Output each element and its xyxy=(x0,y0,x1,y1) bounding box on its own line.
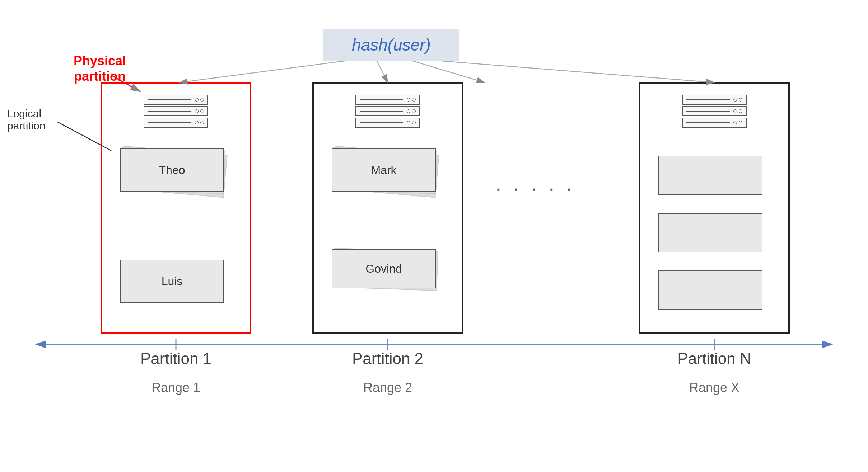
server-icon-2 xyxy=(355,95,420,138)
server-line xyxy=(148,99,191,100)
govind-label: Govind xyxy=(365,262,402,275)
partition-2-label: Partition 2 xyxy=(312,350,463,368)
server-dot xyxy=(195,121,199,124)
range-1-label: Range 1 xyxy=(101,380,251,395)
server-dot xyxy=(412,109,416,113)
theo-label: Theo xyxy=(159,164,185,177)
server-icon-1 xyxy=(144,95,208,138)
server-row xyxy=(355,95,420,105)
server-dot xyxy=(407,121,410,124)
server-dot xyxy=(200,109,204,113)
server-line xyxy=(148,111,191,112)
server-dot xyxy=(412,121,416,124)
server-dot xyxy=(195,109,199,113)
server-dot xyxy=(733,121,737,124)
empty-record-2 xyxy=(658,213,762,252)
empty-record-1 xyxy=(658,156,762,195)
server-dot xyxy=(739,121,742,124)
partition-n-label: Partition N xyxy=(639,350,790,368)
server-line xyxy=(686,99,730,100)
server-dot xyxy=(195,98,199,102)
server-dot xyxy=(733,98,737,102)
theo-record: Theo xyxy=(120,148,224,192)
server-row xyxy=(144,95,208,105)
server-line xyxy=(360,122,403,123)
server-dot xyxy=(412,98,416,102)
server-row xyxy=(355,106,420,116)
server-dot xyxy=(407,98,410,102)
server-line xyxy=(360,99,403,100)
server-dot xyxy=(739,98,742,102)
mark-record: Mark xyxy=(332,148,436,192)
empty-record-3 xyxy=(658,270,762,310)
server-line xyxy=(686,122,730,123)
server-row xyxy=(144,118,208,128)
server-row xyxy=(682,106,747,116)
partition-n-box xyxy=(639,82,790,334)
server-line xyxy=(686,111,730,112)
partition-1-label: Partition 1 xyxy=(101,350,251,368)
server-dot xyxy=(733,109,737,113)
range-2-label: Range 2 xyxy=(312,380,463,395)
mark-label: Mark xyxy=(371,164,396,177)
server-row xyxy=(682,118,747,128)
server-row xyxy=(682,95,747,105)
physical-partition-label: Physical partition xyxy=(74,53,126,84)
hash-box: hash(user) xyxy=(323,29,459,61)
server-row xyxy=(355,118,420,128)
partition-1-box: Theo Luis xyxy=(101,82,251,334)
server-dot xyxy=(200,98,204,102)
range-x-label: Range X xyxy=(639,380,790,395)
diagram: hash(user) Physical partition Logicalpar… xyxy=(0,0,868,472)
luis-label: Luis xyxy=(162,275,183,288)
server-dot xyxy=(739,109,742,113)
server-dot xyxy=(200,121,204,124)
server-icon-n xyxy=(682,95,747,138)
luis-record: Luis xyxy=(120,260,224,303)
ellipsis: · · · · · xyxy=(495,176,575,200)
govind-record: Govind xyxy=(332,249,436,288)
server-line xyxy=(148,122,191,123)
server-dot xyxy=(407,109,410,113)
server-row xyxy=(144,106,208,116)
partition-2-box: Mark Govind xyxy=(312,82,463,334)
hash-label: hash(user) xyxy=(352,35,431,55)
logical-partition-label: Logicalpartition xyxy=(7,108,46,132)
server-line xyxy=(360,111,403,112)
